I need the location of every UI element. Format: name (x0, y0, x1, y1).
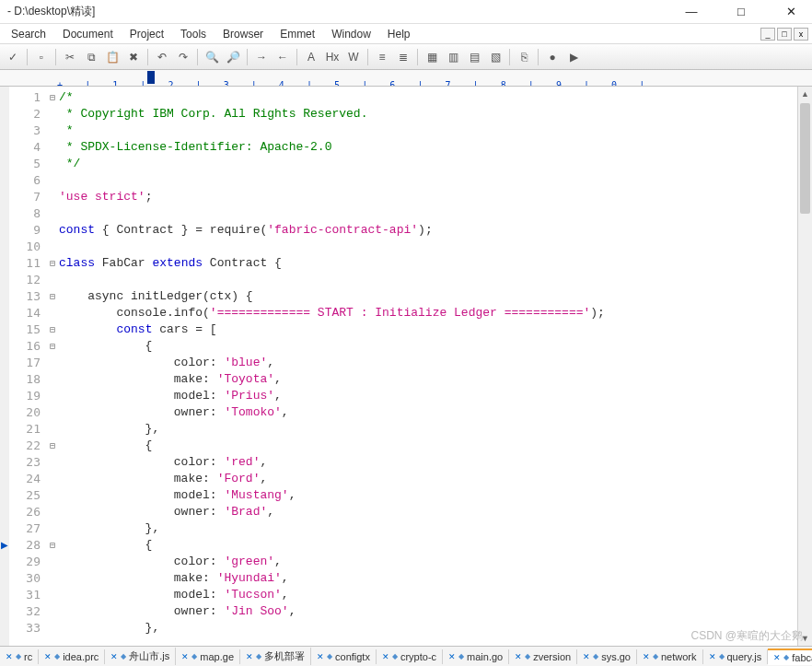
tab-close-icon[interactable]: ✕ (709, 652, 716, 661)
tab-close-icon[interactable]: ✕ (317, 652, 324, 661)
menu-project[interactable]: Project (122, 26, 171, 42)
code-line[interactable]: { (59, 438, 812, 454)
ruler[interactable]: +----|----1----|----2----|----3----|----… (0, 70, 812, 87)
line-number[interactable]: 18 (9, 371, 41, 388)
line-number[interactable]: 1 (9, 89, 41, 106)
tab-queryjs[interactable]: ✕◆query.js (703, 649, 769, 664)
tab-[interactable]: ✕◆多机部署 (240, 648, 311, 665)
mdi-restore-button[interactable]: □ (777, 28, 792, 41)
code-line[interactable]: * SPDX-License-Identifier: Apache-2.0 (59, 139, 812, 156)
find-icon[interactable]: 🔍 (203, 48, 221, 66)
play-icon[interactable]: ▶ (564, 48, 583, 66)
fold-toggle[interactable]: ⊟ (46, 321, 59, 338)
delete-icon[interactable]: ✖ (124, 48, 143, 66)
new-icon[interactable]: ▫ (32, 48, 51, 66)
wrap-icon[interactable]: W (344, 48, 363, 66)
code-line[interactable]: console.info('============= START : Init… (59, 305, 812, 321)
menu-help[interactable]: Help (380, 26, 418, 42)
tab-mapge[interactable]: ✕◆map.ge (176, 649, 240, 664)
minimize-button[interactable]: — (678, 3, 705, 21)
code-line[interactable] (59, 205, 812, 222)
line-number[interactable]: 33 (9, 620, 41, 637)
code-line[interactable]: { (59, 338, 812, 355)
line-number[interactable]: 12 (9, 272, 41, 288)
code-line[interactable]: owner: 'Brad', (59, 504, 812, 520)
numlist-icon[interactable]: ≣ (394, 48, 412, 66)
line-number[interactable]: 6 (9, 172, 41, 189)
code-line[interactable]: class FabCar extends Contract { (59, 255, 812, 272)
code-line[interactable] (59, 172, 812, 189)
tab-rc[interactable]: ✕◆rc (0, 649, 39, 664)
tab-close-icon[interactable]: ✕ (583, 652, 590, 661)
code-line[interactable]: { (59, 537, 812, 554)
fold-toggle[interactable]: ⊟ (46, 438, 59, 454)
menu-tools[interactable]: Tools (173, 26, 214, 42)
line-number[interactable]: 4 (9, 139, 41, 156)
maximize-button[interactable]: □ (727, 3, 755, 21)
code-line[interactable]: make: 'Toyota', (59, 371, 812, 388)
fold-toggle[interactable]: ⊟ (46, 89, 59, 106)
code-line[interactable]: * Copyright IBM Corp. All Rights Reserve… (59, 106, 812, 123)
line-number[interactable]: 26 (9, 504, 41, 520)
menu-browser[interactable]: Browser (215, 26, 271, 42)
tab-close-icon[interactable]: ✕ (246, 652, 253, 661)
code-line[interactable]: model: 'Mustang', (59, 487, 812, 504)
tab-close-icon[interactable]: ✕ (44, 652, 52, 661)
fold-toggle[interactable]: ⊟ (46, 338, 59, 355)
fold-toggle[interactable]: ⊟ (46, 255, 59, 272)
code-line[interactable]: }, (59, 520, 812, 537)
code-line[interactable]: owner: 'Tomoko', (59, 404, 812, 421)
tab-sysgo[interactable]: ✕◆sys.go (577, 649, 637, 664)
line-number[interactable]: 15 (9, 321, 41, 338)
line-number[interactable]: 30 (9, 570, 41, 587)
line-number[interactable]: 32 (9, 603, 41, 620)
mdi-close-button[interactable]: x (794, 28, 808, 41)
tab-maingo[interactable]: ✕◆main.go (443, 649, 509, 664)
line-number[interactable]: 20 (9, 404, 41, 421)
line-number-gutter[interactable]: 1234567891011121314151617181920212223242… (9, 87, 46, 646)
tab-zversion[interactable]: ✕◆zversion (509, 649, 577, 664)
tab-close-icon[interactable]: ✕ (773, 653, 781, 662)
tab-close-icon[interactable]: ✕ (181, 652, 189, 661)
table-icon[interactable]: ▥ (444, 48, 462, 66)
line-number[interactable]: 3 (9, 123, 41, 139)
line-number[interactable]: 24 (9, 471, 41, 487)
line-number[interactable]: 27 (9, 520, 41, 537)
line-number[interactable]: 28 (9, 537, 41, 554)
undo-icon[interactable]: ↶ (153, 48, 171, 66)
code-line[interactable]: 'use strict'; (59, 189, 812, 205)
tab-cryptoc[interactable]: ✕◆crypto-c (377, 649, 443, 664)
tab-close-icon[interactable]: ✕ (382, 652, 389, 661)
replace-icon[interactable]: 🔎 (224, 48, 242, 66)
scrollbar-thumb[interactable] (800, 103, 810, 214)
code-line[interactable]: make: 'Hyundai', (59, 570, 812, 587)
menu-search[interactable]: Search (4, 26, 53, 42)
menu-emmet[interactable]: Emmet (273, 26, 322, 42)
fold-toggle[interactable]: ⊟ (46, 288, 59, 305)
code-line[interactable]: */ (59, 156, 812, 172)
line-number[interactable]: 16 (9, 338, 41, 355)
code-line[interactable]: * (59, 123, 812, 139)
tablecol-icon[interactable]: ▧ (486, 48, 505, 66)
tab-close-icon[interactable]: ✕ (515, 652, 522, 661)
code-line[interactable] (59, 239, 812, 255)
line-number[interactable]: 22 (9, 438, 41, 454)
ruler-marker[interactable] (147, 71, 155, 84)
tab-js[interactable]: ✕◆舟山市.js (105, 648, 176, 665)
copy-icon[interactable]: ⧉ (82, 48, 100, 66)
fold-column[interactable]: ⊟⊟⊟⊟⊟⊟⊟ (46, 87, 59, 646)
tab-configtx[interactable]: ✕◆configtx (311, 649, 377, 664)
line-number[interactable]: 2 (9, 106, 41, 123)
line-number[interactable]: 31 (9, 587, 41, 603)
paste-icon[interactable]: 📋 (103, 48, 122, 66)
line-number[interactable]: 13 (9, 288, 41, 305)
grid-icon[interactable]: ▦ (423, 48, 441, 66)
outdent-icon[interactable]: ← (273, 48, 292, 66)
align-icon[interactable]: A (302, 48, 320, 66)
line-number[interactable]: 17 (9, 355, 41, 371)
code-line[interactable]: make: 'Ford', (59, 471, 812, 487)
close-button[interactable]: ✕ (777, 3, 805, 21)
code-line[interactable]: color: 'green', (59, 554, 812, 570)
tab-fabcarj[interactable]: ✕◆fabcar.j (768, 648, 812, 665)
line-number[interactable]: 25 (9, 487, 41, 504)
